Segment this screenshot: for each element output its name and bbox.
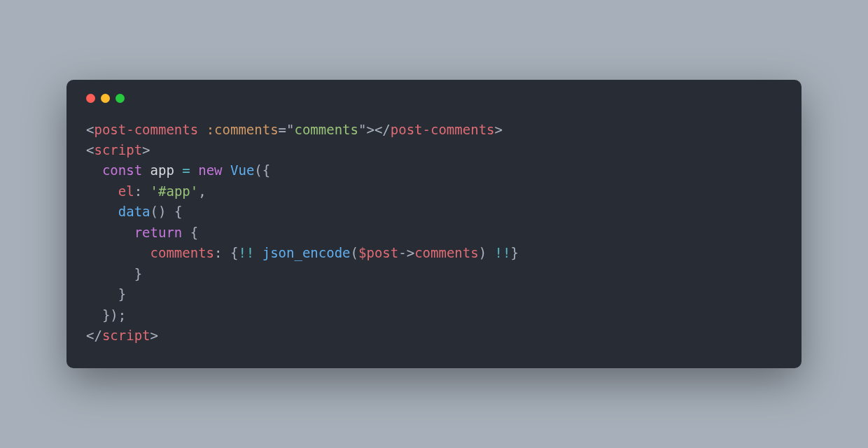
code-token — [86, 204, 118, 219]
code-window: <post-comments :comments="comments"></po… — [66, 80, 802, 369]
code-token: new — [198, 162, 222, 178]
code-token — [142, 162, 150, 178]
code-token: script — [94, 142, 142, 158]
window-titlebar — [86, 94, 782, 120]
code-token: > — [150, 328, 158, 343]
code-block: <post-comments :comments="comments"></po… — [86, 120, 782, 346]
code-token — [182, 225, 190, 240]
code-token — [223, 162, 230, 178]
code-token: const — [102, 162, 142, 178]
code-token: } — [134, 266, 142, 281]
code-token: > — [495, 122, 503, 137]
code-line: <post-comments :comments="comments"></po… — [86, 122, 503, 137]
minimize-icon[interactable] — [101, 94, 110, 103]
code-token — [198, 122, 206, 137]
code-token: '#app' — [150, 183, 199, 199]
code-token: : — [214, 245, 222, 260]
code-token: comments — [294, 122, 358, 137]
code-token: json_encode — [262, 245, 351, 260]
code-token — [142, 183, 150, 199]
code-line: }); — [86, 307, 126, 323]
code-token: { — [230, 245, 238, 260]
code-token: = — [182, 162, 190, 178]
code-token: comments — [150, 245, 215, 260]
code-line: const app = new Vue({ — [86, 162, 270, 178]
code-token: > — [366, 122, 374, 137]
code-token: = — [279, 122, 286, 137]
maximize-icon[interactable] — [115, 94, 125, 103]
code-token: } — [118, 286, 126, 302]
code-token: return — [134, 225, 183, 240]
code-line: return { — [86, 225, 198, 240]
code-token — [86, 245, 150, 260]
code-line: data() { — [86, 204, 182, 219]
code-token: -> — [398, 245, 414, 260]
code-token — [86, 286, 118, 302]
code-token: > — [142, 142, 150, 158]
code-token: </ — [374, 122, 391, 137]
code-token — [86, 307, 102, 323]
code-token — [86, 162, 102, 178]
code-token: } — [510, 245, 518, 260]
code-token: :comments — [206, 122, 279, 137]
close-icon[interactable] — [86, 94, 95, 103]
code-token: < — [86, 122, 94, 137]
code-token — [166, 204, 174, 219]
code-token: ) — [479, 245, 486, 260]
code-line: } — [86, 286, 126, 302]
code-line: </script> — [86, 328, 158, 343]
code-token — [190, 162, 198, 178]
code-token — [86, 183, 118, 199]
code-token: script — [102, 328, 150, 343]
code-token — [222, 245, 230, 260]
code-token: " — [358, 122, 366, 137]
code-token: el — [118, 183, 134, 199]
code-line: } — [86, 266, 142, 281]
code-token: $post — [358, 245, 398, 260]
code-line: el: '#app', — [86, 183, 206, 199]
code-token: comments — [414, 245, 479, 260]
code-token — [174, 162, 182, 178]
code-token: !! — [495, 245, 511, 260]
code-token — [86, 266, 134, 281]
code-token — [254, 245, 262, 260]
code-token: !! — [238, 245, 254, 260]
code-line: comments: {!! json_encode($post->comment… — [86, 245, 519, 260]
code-token: Vue — [230, 162, 254, 178]
code-token — [86, 225, 134, 240]
code-token: data — [118, 204, 150, 219]
code-token: app — [150, 162, 174, 178]
code-token: , — [198, 183, 206, 199]
code-token: post-comments — [391, 122, 495, 137]
code-token: () — [150, 204, 167, 219]
code-token: </ — [86, 328, 102, 343]
code-token: post-comments — [94, 122, 198, 137]
code-line: <script> — [86, 142, 150, 158]
code-token — [486, 245, 494, 260]
code-token: }); — [102, 307, 126, 323]
code-token: < — [86, 142, 94, 158]
code-token: ( — [351, 245, 358, 260]
code-token: { — [190, 225, 198, 240]
code-token: ({ — [254, 162, 270, 178]
code-token: " — [286, 122, 294, 137]
code-token: { — [174, 204, 182, 219]
code-token: : — [134, 183, 142, 199]
